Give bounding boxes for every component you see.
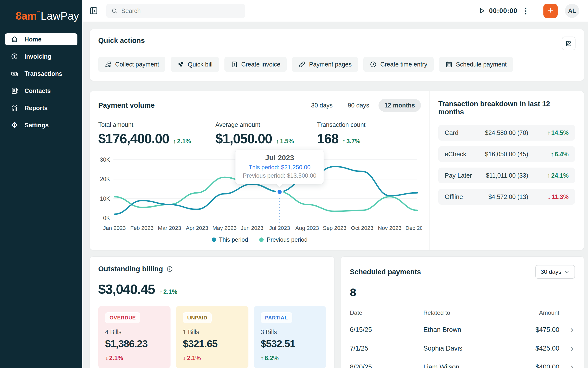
- sidebar-item-label: Home: [24, 36, 41, 43]
- scheduled-range-dropdown[interactable]: 30 days: [535, 265, 575, 279]
- quick-bill-icon: [177, 61, 184, 68]
- sidebar-item-label: Invoicing: [24, 53, 51, 60]
- payment-volume-card: Payment volume 30 days 90 days 12 months…: [90, 91, 584, 250]
- collect-payment-button[interactable]: Collect payment: [98, 57, 165, 72]
- payment-volume-stats: Total amount $176,400.00 ↑2.1% Average a…: [98, 121, 421, 146]
- sidebar-item-label: Transactions: [24, 70, 62, 77]
- quick-actions-row: Collect payment Quick bill $ Create invo…: [98, 57, 576, 72]
- edit-quick-actions-button[interactable]: [562, 37, 576, 50]
- avatar[interactable]: AL: [565, 4, 579, 18]
- svg-text:0K: 0K: [103, 215, 110, 221]
- svg-text:20K: 20K: [100, 176, 110, 182]
- sidebar-item-invoicing[interactable]: $ Invoicing: [5, 51, 77, 62]
- tab-30-days[interactable]: 30 days: [305, 99, 339, 112]
- stat-transaction-count: Transaction count 168 ↑3.7%: [317, 121, 366, 146]
- svg-text:May 2023: May 2023: [212, 225, 237, 231]
- search-input[interactable]: [121, 7, 240, 14]
- breakdown-title: Transaction breakdown in last 12 months: [438, 100, 575, 116]
- quick-bill-button[interactable]: Quick bill: [171, 57, 219, 72]
- sidebar-item-reports[interactable]: Reports: [5, 102, 77, 114]
- chevron-right-icon[interactable]: ›: [559, 362, 575, 368]
- breakdown-row-echeck: eCheck $16,050.00 (45) ↑6.4%: [438, 146, 575, 162]
- outstanding-delta: ↑2.1%: [159, 288, 177, 295]
- svg-text:Jan 2023: Jan 2023: [103, 225, 126, 231]
- timer-play-button[interactable]: [478, 7, 486, 15]
- svg-text:10K: 10K: [100, 196, 110, 202]
- home-icon: [11, 36, 18, 43]
- create-invoice-button[interactable]: $ Create invoice: [224, 57, 287, 72]
- breakdown-row-pay-later: Pay Later $11,011.00 (33) ↑24.1%: [438, 168, 575, 183]
- sidebar-item-contacts[interactable]: Contacts: [5, 85, 77, 97]
- tab-90-days[interactable]: 90 days: [342, 99, 375, 112]
- chevron-down-icon: [564, 269, 570, 275]
- create-time-entry-icon: [370, 61, 377, 68]
- scheduled-count: 8: [350, 286, 575, 299]
- info-icon[interactable]: [166, 266, 173, 272]
- overdue-tile[interactable]: OVERDUE 4 Bills $1,386.23 ↓2.1%: [98, 306, 171, 368]
- add-button[interactable]: +: [543, 4, 558, 18]
- reports-icon: [11, 104, 18, 112]
- app-logo: 8am™LawPay: [0, 0, 82, 22]
- sidebar-item-label: Contacts: [24, 87, 51, 94]
- range-tabs: 30 days 90 days 12 months: [305, 99, 421, 112]
- outstanding-total: $3,040.45: [98, 281, 155, 297]
- tooltip-this-period: This period: $21,250.00: [243, 164, 316, 171]
- contacts-icon: [11, 87, 18, 94]
- scheduled-payments-card: Scheduled payments 30 days 8 Date Relate…: [341, 256, 584, 368]
- table-row[interactable]: 7/1/25 Sophia Davis $425.00 ›: [350, 335, 575, 354]
- scheduled-payments-title: Scheduled payments: [350, 268, 421, 276]
- logo-lawpay: LawPay: [41, 10, 79, 22]
- quick-actions-title: Quick actions: [98, 37, 145, 45]
- payment-pages-button[interactable]: Payment pages: [292, 57, 358, 72]
- sidebar-item-home[interactable]: Home: [5, 33, 77, 45]
- breakdown-row-offline: Offline $4,572.00 (13) ↓11.3%: [438, 189, 575, 205]
- search-icon: [111, 8, 118, 14]
- tooltip-previous-period: Previous period: $13,500.00: [243, 172, 316, 179]
- scheduled-payments-table: Date Related to Amount 6/15/25 Ethan Bro…: [350, 309, 575, 368]
- transaction-breakdown-section: Transaction breakdown in last 12 months …: [429, 91, 584, 250]
- sidebar-item-label: Settings: [24, 122, 49, 129]
- schedule-payment-button[interactable]: Schedule payment: [439, 57, 513, 72]
- app-root: 8am™LawPay Home $ Invoicing Transactions: [0, 0, 588, 368]
- status-badge-unpaid: UNPAID: [183, 312, 212, 323]
- svg-text:$: $: [233, 63, 235, 66]
- sidebar-item-settings[interactable]: ⚙ Settings: [5, 119, 77, 131]
- svg-text:Mar 2023: Mar 2023: [158, 225, 181, 231]
- payment-volume-title: Payment volume: [98, 101, 155, 109]
- svg-text:30K: 30K: [100, 157, 110, 163]
- tab-12-months[interactable]: 12 months: [379, 99, 421, 112]
- svg-text:Feb 2023: Feb 2023: [130, 225, 154, 231]
- kebab-menu-icon[interactable]: ⋮: [522, 7, 530, 15]
- svg-text:Jun 2023: Jun 2023: [241, 225, 264, 231]
- create-time-entry-button[interactable]: Create time entry: [363, 57, 434, 72]
- main-area: 00:00:00 ⋮ + AL Quick actions Colle: [82, 0, 588, 368]
- chart-legend: This period Previous period: [98, 236, 421, 243]
- sidebar-nav: Home $ Invoicing Transactions Contacts: [0, 33, 82, 136]
- outstanding-billing-title: Outstanding billing: [98, 265, 163, 273]
- svg-text:Aug 2023: Aug 2023: [295, 225, 319, 231]
- legend-this-period: This period: [212, 236, 248, 243]
- invoicing-icon: $: [11, 53, 18, 60]
- status-badge-partial: PARTIAL: [261, 312, 292, 323]
- payment-volume-chart[interactable]: 0K10K20K30KJan 2023Feb 2023Mar 2023Apr 2…: [98, 153, 422, 234]
- this-period-dot-icon: [212, 237, 216, 242]
- table-row[interactable]: 6/15/25 Ethan Brown $475.00 ›: [350, 316, 575, 335]
- legend-previous-period: Previous period: [259, 236, 307, 243]
- stat-total-amount: Total amount $176,400.00 ↑2.1%: [98, 121, 215, 146]
- sidebar-item-label: Reports: [24, 105, 48, 112]
- table-row[interactable]: 8/20/25 Liam Wilson $400.00 ›: [350, 354, 575, 368]
- sidebar-item-transactions[interactable]: Transactions: [5, 68, 77, 79]
- svg-text:Oct 2023: Oct 2023: [351, 225, 373, 231]
- chart-tooltip: Jul 2023 This period: $21,250.00 Previou…: [235, 150, 324, 184]
- table-header-row: Date Related to Amount: [350, 309, 575, 316]
- content: Quick actions Collect payment Quick bill: [82, 22, 588, 368]
- svg-text:Jul 2023: Jul 2023: [269, 225, 290, 231]
- chevron-right-icon[interactable]: ›: [559, 344, 575, 353]
- timer-display: 00:00:00: [489, 7, 517, 15]
- collapse-sidebar-button[interactable]: [89, 6, 98, 16]
- partial-tile[interactable]: PARTIAL 3 Bills $532.51 ↑6.2%: [254, 306, 326, 368]
- status-badge-overdue: OVERDUE: [105, 312, 140, 323]
- chevron-right-icon[interactable]: ›: [559, 325, 575, 334]
- transactions-icon: [11, 70, 18, 77]
- unpaid-tile[interactable]: UNPAID 1 Bills $321.65 ↓2.1%: [176, 306, 248, 368]
